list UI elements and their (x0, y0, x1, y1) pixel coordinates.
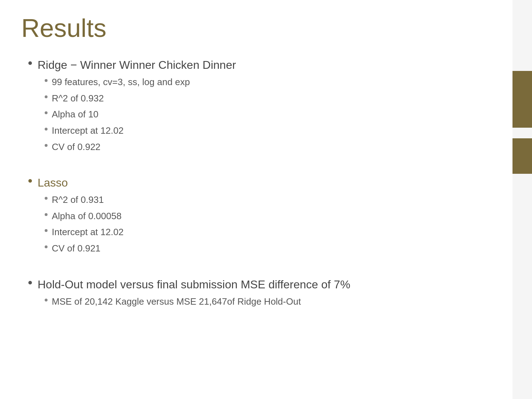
sub-list: 99 features, cv=3, ss, log and exp R^2 o… (38, 75, 491, 154)
list-item: CV of 0.921 (45, 241, 491, 256)
sub-item-text: CV of 0.922 (52, 140, 100, 155)
sub-bullet-icon (45, 213, 48, 216)
item-content: Hold-Out model versus final submission M… (38, 276, 491, 315)
sub-item-text: CV of 0.921 (52, 241, 100, 256)
list-item: R^2 of 0.932 (45, 91, 491, 106)
sub-bullet-icon (45, 79, 48, 82)
sub-bullet-icon (45, 245, 48, 248)
sidebar-bottom (512, 174, 532, 399)
list-item: MSE of 20,142 Kaggle versus MSE 21,647of… (45, 294, 491, 309)
sub-bullet-icon (45, 128, 48, 131)
sub-item-text: MSE of 20,142 Kaggle versus MSE 21,647of… (52, 294, 301, 309)
list-item: Lasso R^2 of 0.931 Alpha of 0.00058 Inte… (28, 174, 491, 261)
item-content: Ridge − Winner Winner Chicken Dinner 99 … (38, 56, 491, 160)
list-item: Intercept at 12.02 (45, 225, 491, 240)
section-label: Hold-Out model versus final submission M… (38, 276, 491, 293)
sidebar-accent-1 (512, 71, 532, 128)
sub-list: MSE of 20,142 Kaggle versus MSE 21,647of… (38, 294, 491, 309)
section-label: Lasso (38, 174, 491, 191)
main-content: Results Ridge − Winner Winner Chicken Di… (0, 0, 512, 399)
item-content: Lasso R^2 of 0.931 Alpha of 0.00058 Inte… (38, 174, 491, 261)
list-item: Ridge − Winner Winner Chicken Dinner 99 … (28, 56, 491, 160)
bullet-icon (28, 179, 32, 183)
list-item: Alpha of 0.00058 (45, 209, 491, 224)
sub-item-text: Intercept at 12.02 (52, 225, 123, 240)
list-item: R^2 of 0.931 (45, 193, 491, 207)
list-item: 99 features, cv=3, ss, log and exp (45, 75, 491, 90)
list-item: Alpha of 10 (45, 107, 491, 122)
spacer (28, 265, 491, 276)
list-item: CV of 0.922 (45, 140, 491, 155)
sidebar-gap (512, 128, 532, 138)
sub-item-text: 99 features, cv=3, ss, log and exp (52, 75, 190, 90)
page-title: Results (21, 14, 491, 42)
sub-item-text: Alpha of 0.00058 (52, 209, 122, 224)
sub-bullet-icon (45, 229, 48, 232)
bullet-icon (28, 281, 32, 284)
sub-bullet-icon (45, 95, 48, 98)
list-item: Hold-Out model versus final submission M… (28, 276, 491, 315)
sidebar-accent-2 (512, 138, 532, 174)
sub-bullet-icon (45, 144, 48, 147)
sub-item-text: Intercept at 12.02 (52, 123, 123, 138)
sidebar-right (512, 0, 532, 399)
sidebar-top (512, 0, 532, 71)
sub-item-text: R^2 of 0.931 (52, 193, 104, 207)
sub-bullet-icon (45, 197, 48, 200)
sub-item-text: Alpha of 10 (52, 107, 99, 122)
spacer (28, 164, 491, 174)
sub-bullet-icon (45, 299, 48, 301)
sub-list: R^2 of 0.931 Alpha of 0.00058 Intercept … (38, 193, 491, 256)
list-item: Intercept at 12.02 (45, 123, 491, 138)
sub-item-text: R^2 of 0.932 (52, 91, 104, 106)
sub-bullet-icon (45, 111, 48, 114)
bullet-icon (28, 61, 32, 65)
section-label: Ridge − Winner Winner Chicken Dinner (38, 56, 491, 73)
content-area: Ridge − Winner Winner Chicken Dinner 99 … (21, 56, 491, 318)
